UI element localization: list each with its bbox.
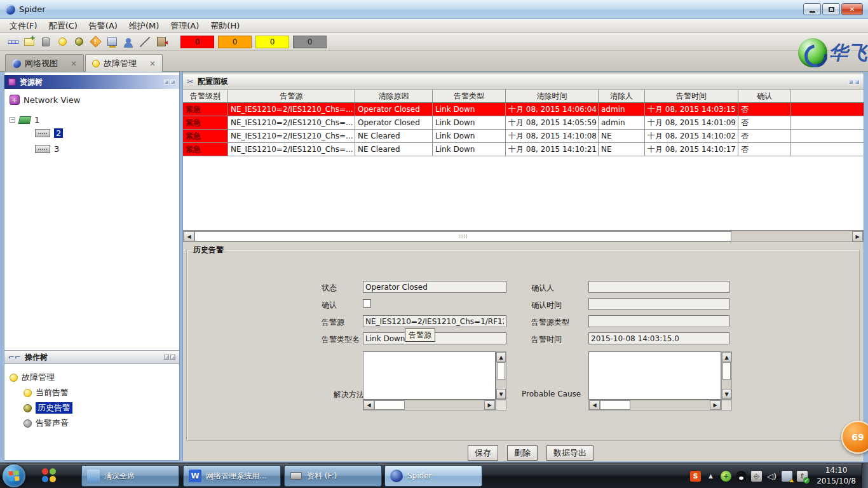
- clear-time-cell[interactable]: 十月 08, 2015 14:10:21: [506, 143, 599, 156]
- current-alarm-icon[interactable]: [56, 36, 69, 48]
- column-header[interactable]: 告警时间: [645, 90, 738, 103]
- tree-node-alarm-sound[interactable]: 告警声音: [22, 416, 74, 431]
- expand-icon[interactable]: [164, 355, 169, 360]
- scroll-up-icon[interactable]: ▲: [722, 352, 731, 362]
- empty-cell[interactable]: [791, 116, 864, 130]
- scroll-right-icon[interactable]: ▶: [484, 400, 495, 410]
- alarm-source-field[interactable]: [363, 315, 506, 327]
- clear-reason-cell[interactable]: NE Cleared: [355, 143, 433, 156]
- delete-button[interactable]: 删除: [507, 445, 538, 461]
- alarm-time-cell[interactable]: 十月 08, 2015 14:10:02: [645, 130, 738, 143]
- menu-alarm[interactable]: 告警(A): [83, 19, 123, 33]
- data-export-button[interactable]: 数据导出: [546, 445, 593, 461]
- alarm-source-cell[interactable]: NE_IES1210=2/IES1210_Chs=...: [228, 143, 355, 156]
- severity-cell[interactable]: 紧急: [183, 116, 228, 130]
- tab-close-icon[interactable]: ×: [71, 59, 77, 68]
- scroll-left-icon[interactable]: ◀: [184, 231, 194, 241]
- taskbar-button-drive-f[interactable]: 资料 (F:): [284, 465, 382, 487]
- ack-cell[interactable]: 否: [738, 130, 791, 143]
- tree-node-device-2[interactable]: 2: [34, 126, 81, 140]
- solution-textarea[interactable]: [363, 351, 496, 400]
- delete-icon[interactable]: [39, 36, 52, 48]
- show-desktop-button[interactable]: [862, 463, 868, 488]
- menu-file[interactable]: 文件(F): [4, 19, 43, 33]
- column-header[interactable]: 清除人: [599, 90, 645, 103]
- column-header[interactable]: 告警类型: [433, 90, 506, 103]
- tab-fault-management[interactable]: 故障管理 ×: [85, 54, 163, 72]
- column-header[interactable]: 清除原因: [355, 90, 433, 103]
- column-header[interactable]: 告警源: [228, 90, 355, 103]
- table-row[interactable]: 紧急 NE_IES1210=2/IES1210_Chs=... NE Clear…: [183, 130, 864, 143]
- menu-help[interactable]: 帮助(H): [205, 19, 245, 33]
- alarm-type-cell[interactable]: Link Down: [433, 143, 506, 156]
- column-header[interactable]: 清除时间: [506, 90, 599, 103]
- vertical-scrollbar[interactable]: ▲ ▼: [721, 351, 732, 400]
- scrollbar-thumb[interactable]: [722, 362, 731, 380]
- tree-node-fault-management[interactable]: 故障管理: [8, 370, 74, 385]
- network-status-icon[interactable]: [782, 471, 792, 482]
- alarm-type-cell[interactable]: Link Down: [433, 130, 506, 143]
- horizontal-scrollbar[interactable]: ◀ ▶: [363, 400, 496, 410]
- clear-user-cell[interactable]: NE: [599, 130, 645, 143]
- show-hidden-icons-arrow[interactable]: ▲: [705, 471, 716, 482]
- table-horizontal-scrollbar[interactable]: ◀ ▶: [183, 231, 864, 242]
- scroll-right-icon[interactable]: ▶: [852, 231, 863, 241]
- scrollbar-thumb[interactable]: [374, 400, 405, 410]
- ack-cell[interactable]: 否: [738, 116, 791, 130]
- menu-maintain[interactable]: 维护(M): [123, 19, 165, 33]
- tree-node-history-alarm[interactable]: 历史告警: [22, 400, 74, 416]
- ack-cell[interactable]: 否: [738, 143, 791, 156]
- severity-cell[interactable]: 紧急: [183, 103, 228, 116]
- severity-cell[interactable]: 紧急: [183, 130, 228, 143]
- alarm-time-cell[interactable]: 十月 08, 2015 14:03:15: [645, 103, 738, 116]
- alarm-type-cell[interactable]: Link Down: [433, 103, 506, 116]
- close-button[interactable]: ✕: [841, 3, 863, 15]
- clear-time-cell[interactable]: 十月 08, 2015 14:06:04: [506, 103, 599, 116]
- taskbar-button-manhan[interactable]: 满汉全席: [81, 465, 179, 487]
- history-alarm-icon[interactable]: [72, 36, 85, 48]
- sogou-icon[interactable]: S: [690, 471, 701, 482]
- pinned-app-icon[interactable]: [42, 468, 57, 484]
- collapse-expander-icon[interactable]: −: [10, 117, 15, 123]
- start-button[interactable]: [3, 464, 25, 487]
- scroll-down-icon[interactable]: ▼: [722, 389, 731, 399]
- status-field[interactable]: [363, 281, 506, 293]
- ack-cell[interactable]: 否: [738, 103, 791, 116]
- column-header[interactable]: 确认: [738, 90, 791, 103]
- menu-config[interactable]: 配置(C): [43, 19, 83, 33]
- ack-time-field[interactable]: [588, 298, 729, 310]
- table-row[interactable]: 紧急 NE_IES1210=2/IES1210_Chs=... Operator…: [183, 116, 864, 130]
- horizontal-scrollbar[interactable]: ◀ ▶: [588, 400, 721, 410]
- scroll-up-icon[interactable]: ▲: [496, 352, 506, 362]
- new-view-icon[interactable]: [23, 36, 36, 48]
- 360safe-icon[interactable]: +: [721, 471, 731, 482]
- tree-node-current-alarm[interactable]: 当前告警: [22, 385, 74, 400]
- collapse-icon[interactable]: [170, 355, 175, 360]
- scroll-left-icon[interactable]: ◀: [363, 400, 374, 410]
- expand-icon[interactable]: [164, 79, 169, 85]
- link-tool-icon[interactable]: [139, 36, 151, 48]
- clear-user-cell[interactable]: admin: [599, 116, 645, 130]
- alarm-warning-icon[interactable]: !: [89, 36, 102, 48]
- save-button[interactable]: 保存: [468, 445, 498, 461]
- scroll-right-icon[interactable]: ▶: [710, 400, 721, 410]
- clear-reason-cell[interactable]: Operator Closed: [355, 103, 433, 116]
- table-row[interactable]: 紧急 NE_IES1210=2/IES1210_Chs=... NE Clear…: [183, 143, 864, 156]
- topology-icon[interactable]: ▫▫▫: [6, 36, 19, 48]
- clear-time-cell[interactable]: 十月 08, 2015 14:10:08: [506, 130, 599, 143]
- taskbar-button-wps-doc[interactable]: W 网络管理系统用...: [183, 465, 281, 487]
- alarm-source-cell[interactable]: NE_IES1210=2/IES1210_Chs=...: [228, 103, 355, 116]
- tab-close-icon[interactable]: ×: [149, 59, 156, 68]
- table-row[interactable]: 紧急 NE_IES1210=2/IES1210_Chs=... Operator…: [183, 103, 864, 116]
- exit-icon[interactable]: [155, 36, 168, 48]
- ack-user-field[interactable]: [588, 281, 729, 293]
- menu-manage[interactable]: 管理(A): [165, 19, 205, 33]
- alarm-type-cell[interactable]: Link Down: [433, 116, 506, 130]
- clear-user-cell[interactable]: admin: [599, 103, 645, 116]
- user-icon[interactable]: [122, 36, 135, 48]
- alarm-time-cell[interactable]: 十月 08, 2015 14:10:17: [645, 143, 738, 156]
- clear-reason-cell[interactable]: NE Cleared: [355, 130, 433, 143]
- expand-icon[interactable]: [848, 79, 853, 85]
- severity-cell[interactable]: 紧急: [183, 143, 228, 156]
- tree-node-device-3[interactable]: 3: [34, 142, 81, 156]
